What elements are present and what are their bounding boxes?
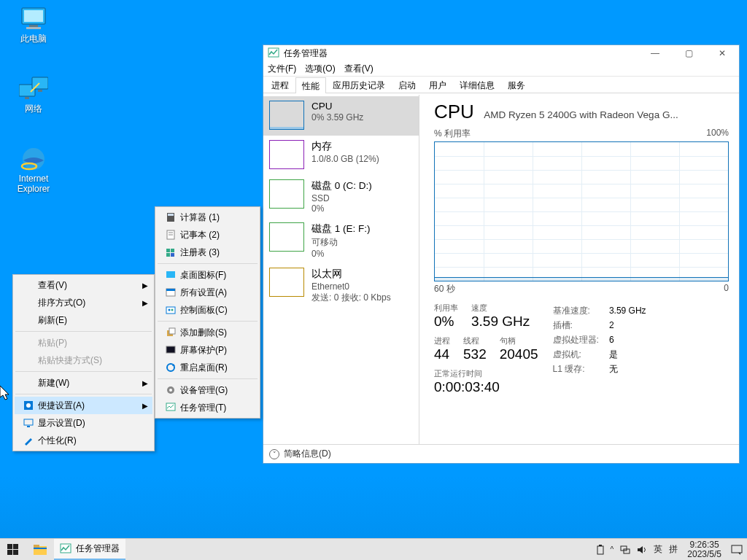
list-item-disk1[interactable]: 磁盘 1 (E: F:)可移动0% xyxy=(263,218,419,263)
sub1: 可移动 xyxy=(311,236,371,249)
menu-desktop-icons[interactable]: 桌面图标(F) xyxy=(157,266,258,284)
menu-view[interactable]: 查看(V)▶ xyxy=(15,276,152,294)
list-item-disk0[interactable]: 磁盘 0 (C: D:)SSD0% xyxy=(263,175,419,218)
desktop-icon-this-pc[interactable]: 此电脑 xyxy=(6,6,61,44)
task-manager-window[interactable]: 任务管理器 — ▢ ✕ 文件(F) 选项(O) 查看(V) 进程 性能 应用历史… xyxy=(263,44,740,464)
menu-task-manager[interactable]: 任务管理(T) xyxy=(157,399,258,416)
l1-value: 无 xyxy=(609,362,646,376)
menu-paste-shortcut: 粘贴快捷方式(S) xyxy=(15,351,152,369)
tab-performance[interactable]: 性能 xyxy=(295,77,326,93)
menu-quick-settings[interactable]: 便捷设置(A)▶ xyxy=(15,397,152,414)
desktop[interactable]: 此电脑 网络 Internet Explorer 任务管理器 — ▢ ✕ 文件(… xyxy=(0,0,747,560)
screensaver-icon xyxy=(161,345,180,355)
tab-startup[interactable]: 启动 xyxy=(392,77,422,93)
desktop-icons-icon xyxy=(161,270,180,280)
svg-rect-17 xyxy=(168,214,174,216)
list-item-cpu[interactable]: CPU0% 3.59 GHz xyxy=(263,96,419,136)
menu-new[interactable]: 新建(W)▶ xyxy=(15,374,152,392)
fewer-details[interactable]: 简略信息(D) xyxy=(284,448,331,460)
regedit-icon xyxy=(161,247,180,257)
svg-rect-3 xyxy=(26,27,41,29)
menu-options[interactable]: 选项(O) xyxy=(305,63,335,75)
cpu-chart[interactable] xyxy=(434,141,729,281)
tab-services[interactable]: 服务 xyxy=(501,77,532,93)
util-label: 利用率 xyxy=(434,303,458,314)
menu-paste: 粘贴(P) xyxy=(15,334,152,351)
titlebar[interactable]: 任务管理器 — ▢ ✕ xyxy=(263,45,739,61)
sub1: SSD xyxy=(311,193,372,203)
tab-details[interactable]: 详细信息 xyxy=(453,77,501,93)
taskmgr-icon xyxy=(161,402,180,413)
label: 磁盘 0 (C: D:) xyxy=(311,179,372,192)
menu-add-remove[interactable]: 添加删除(S) xyxy=(157,324,258,341)
window-title: 任务管理器 xyxy=(284,47,328,60)
menu-device-manager[interactable]: 设备管理(G) xyxy=(157,381,258,399)
network-tray-icon[interactable] xyxy=(620,545,630,555)
system-tray: ^ 英 拼 9:26:35 2023/5/5 xyxy=(597,539,747,560)
ime-lang[interactable]: 英 xyxy=(654,543,662,556)
label: Internet xyxy=(6,174,61,184)
taskbar-explorer[interactable] xyxy=(26,539,54,560)
tray-chevron-icon[interactable]: ^ xyxy=(611,545,614,553)
svg-rect-11 xyxy=(268,48,279,57)
battery-icon[interactable] xyxy=(597,545,604,555)
menu-view[interactable]: 查看(V) xyxy=(344,63,374,75)
menu-notepad[interactable]: 记事本 (2) xyxy=(157,226,258,244)
desktop-icon-network[interactable]: 网络 xyxy=(6,76,61,114)
cpu-model: AMD Ryzen 5 2400G with Radeon Vega G... xyxy=(484,109,678,120)
chart-grid xyxy=(435,142,728,281)
taskbar-task-taskmgr[interactable]: 任务管理器 xyxy=(54,539,125,560)
ime-mode[interactable]: 拼 xyxy=(669,543,678,556)
clock[interactable]: 9:26:35 2023/5/5 xyxy=(684,540,724,559)
menu-restart-desktop[interactable]: 重启桌面(R) xyxy=(157,359,258,376)
calculator-icon xyxy=(161,212,180,222)
cpu-heading: CPU xyxy=(434,101,474,123)
folder-icon xyxy=(34,544,47,556)
menu-display-settings[interactable]: 显示设置(D) xyxy=(15,414,152,432)
minimize-button[interactable]: — xyxy=(638,45,672,61)
tab-processes[interactable]: 进程 xyxy=(265,77,295,93)
menu-regedit[interactable]: 注册表 (3) xyxy=(157,244,258,261)
svg-rect-33 xyxy=(166,346,175,353)
svg-rect-49 xyxy=(599,545,602,546)
collapse-icon[interactable]: ˅ xyxy=(269,449,279,459)
menu-personalize[interactable]: 个性化(R) xyxy=(15,432,152,449)
quick-settings-submenu: 计算器 (1) 记事本 (2) 注册表 (3) 桌面图标(F) 所有设置(A) … xyxy=(155,206,260,419)
tab-users[interactable]: 用户 xyxy=(422,77,453,93)
desktop-icon-ie[interactable]: Internet Explorer xyxy=(6,146,61,194)
taskmgr-icon xyxy=(60,543,71,555)
volume-icon[interactable] xyxy=(637,545,647,555)
menu-file[interactable]: 文件(F) xyxy=(268,63,296,75)
svg-rect-6 xyxy=(25,97,29,99)
task-label: 任务管理器 xyxy=(76,542,120,555)
notifications-icon[interactable] xyxy=(731,544,743,556)
list-item-memory[interactable]: 内存1.0/8.0 GB (12%) xyxy=(263,136,419,175)
svg-rect-14 xyxy=(24,419,33,425)
taskbar[interactable]: 任务管理器 ^ 英 拼 9:26:35 2023/5/5 xyxy=(0,538,747,560)
list-item-ethernet[interactable]: 以太网Ethernet0发送: 0 接收: 0 Kbps xyxy=(263,263,419,308)
svg-rect-28 xyxy=(166,307,175,314)
close-button[interactable]: ✕ xyxy=(705,45,739,61)
menu-screensaver[interactable]: 屏幕保护(P) xyxy=(157,341,258,359)
menu-refresh[interactable]: 刷新(E) xyxy=(15,311,152,329)
restart-icon xyxy=(161,362,180,373)
svg-rect-41 xyxy=(13,544,18,549)
sub2: 发送: 0 接收: 0 Kbps xyxy=(311,292,391,304)
start-button[interactable] xyxy=(0,539,26,560)
disk-sparkline xyxy=(269,222,304,252)
cpu-panel: CPU AMD Ryzen 5 2400G with Radeon Vega G… xyxy=(419,95,739,444)
menu-calculator[interactable]: 计算器 (1) xyxy=(157,209,258,226)
svg-rect-21 xyxy=(166,249,170,252)
threads-label: 线程 xyxy=(463,335,487,346)
maximize-button[interactable]: ▢ xyxy=(672,45,705,61)
menu-sort[interactable]: 排序方式(O)▶ xyxy=(15,294,152,311)
svg-rect-22 xyxy=(166,253,170,257)
cpu-sparkline xyxy=(269,101,304,130)
add-remove-icon xyxy=(161,327,180,338)
svg-rect-45 xyxy=(34,545,39,548)
tab-app-history[interactable]: 应用历史记录 xyxy=(326,77,392,93)
chart-ymax: 100% xyxy=(706,128,729,140)
menu-all-settings[interactable]: 所有设置(A) xyxy=(157,284,258,301)
label: 内存 xyxy=(311,140,379,153)
menu-control-panel[interactable]: 控制面板(C) xyxy=(157,301,258,319)
